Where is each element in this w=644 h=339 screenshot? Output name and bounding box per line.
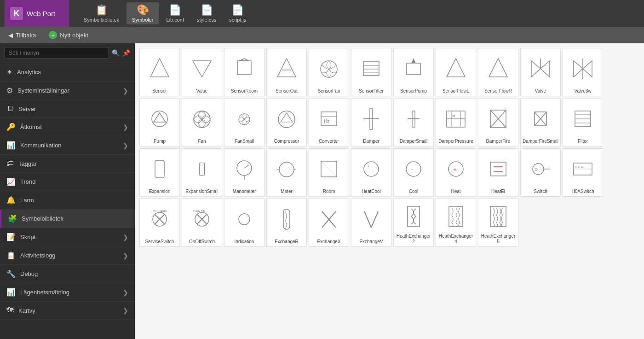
symbol-cell-sensorout[interactable]: SensorOut bbox=[266, 48, 307, 96]
toolbar-file-style.css[interactable]: 📄style.css bbox=[191, 2, 222, 24]
symbol-label: FanSmall bbox=[235, 139, 254, 144]
symbol-label: ExpansionSmall bbox=[185, 189, 218, 194]
symbol-cell-manometer[interactable]: Manometer bbox=[224, 148, 264, 197]
file-label: style.css bbox=[197, 17, 216, 23]
symbol-cell-pump[interactable]: Pump bbox=[139, 98, 180, 146]
symbol-cell-switch[interactable]: O Switch bbox=[520, 148, 561, 197]
toolbar-file-symboler[interactable]: 🎨Symboler bbox=[126, 2, 159, 24]
symbol-cell-h0aswitch[interactable]: H 0 A H0ASwitch bbox=[563, 148, 603, 197]
sidebar-item-trend[interactable]: 📈 Trend bbox=[0, 173, 135, 191]
expand-icon: ❯ bbox=[123, 87, 128, 94]
sidebar-item-label: Skript bbox=[20, 234, 35, 240]
symbol-cell-damper[interactable]: Damper bbox=[351, 98, 391, 146]
symbol-cell-exchangex[interactable]: ExchangeX bbox=[309, 199, 349, 247]
symbol-label: Fan bbox=[198, 139, 206, 144]
sidebar-item-kommunikation[interactable]: 📊 Kommunikation ❯ bbox=[0, 136, 135, 155]
search-input[interactable] bbox=[5, 47, 109, 59]
sidebar-item-icon: ✦ bbox=[6, 68, 12, 76]
toolbar-file-script.js[interactable]: 📄script.js bbox=[224, 2, 252, 24]
symbol-label: Valve bbox=[535, 88, 546, 94]
symbol-cell-sensorflowr[interactable]: SensorFlowR bbox=[478, 48, 518, 96]
symbol-cell-expansion[interactable]: Expansion bbox=[139, 148, 180, 197]
symbol-cell-cool[interactable]: - Cool bbox=[393, 148, 434, 197]
expand-icon: ❯ bbox=[123, 123, 128, 131]
sidebar-item-label: Kartvy bbox=[18, 307, 35, 314]
symbol-cell-exchanger[interactable]: ExchangeR bbox=[266, 199, 307, 247]
symbol-cell-exchangev[interactable]: ExchangeV bbox=[351, 199, 391, 247]
symbol-svg: O bbox=[523, 152, 558, 187]
sidebar-item-l-genhetsm-tning[interactable]: 📊 Lägenhetsmätning ❯ bbox=[0, 283, 135, 302]
symbol-cell-meter[interactable]: Meter bbox=[266, 148, 307, 197]
symbol-cell-valve[interactable]: Valve bbox=[520, 48, 561, 96]
symbol-cell-heatcool[interactable]: +- HeatCool bbox=[351, 148, 391, 197]
sidebar-item-server[interactable]: 🖥 Server bbox=[0, 100, 135, 118]
sidebar-item-symbolbibliotek[interactable]: 🧩 Symbolbibliotek bbox=[0, 210, 135, 228]
toolbar-file-lib.conf[interactable]: 📄Lib.conf bbox=[161, 2, 190, 24]
sidebar-item-icon: 📊 bbox=[6, 141, 16, 150]
symbol-cell-serviceswitch[interactable]: Serv Auto ServiceSwitch bbox=[139, 199, 180, 247]
symbol-svg bbox=[396, 51, 431, 87]
sidebar-item-label: Trend bbox=[20, 178, 35, 185]
symbol-svg bbox=[269, 101, 305, 137]
sidebar-item-kartvy[interactable]: 🗺 Kartvy ❯ bbox=[0, 302, 135, 320]
svg-line-62 bbox=[321, 161, 337, 177]
symbol-cell-valve3w[interactable]: Valve3w bbox=[563, 48, 603, 96]
sidebar-item-label: Kommunikation bbox=[20, 142, 62, 149]
symbol-cell-fan[interactable]: Fan bbox=[182, 98, 222, 146]
symbol-cell-heathexchanger2[interactable]: HeathExchanger2 bbox=[393, 199, 434, 247]
back-label: Tillbaka bbox=[16, 32, 36, 39]
symbol-cell-heat[interactable]: + Heat bbox=[436, 148, 476, 197]
sidebar-item--tkomst[interactable]: 🔑 Åtkomst ❯ bbox=[0, 118, 135, 136]
symbol-cell-sensorflowl[interactable]: SensorFlowL bbox=[436, 48, 476, 96]
sidebar-item-icon: 📊 bbox=[6, 288, 16, 297]
svg-point-58 bbox=[279, 162, 294, 177]
symbol-label: Switch bbox=[534, 189, 547, 194]
symbol-cell-fansmall[interactable]: FanSmall bbox=[224, 98, 264, 146]
symbol-svg bbox=[142, 51, 178, 87]
symbol-cell-expansionsmall[interactable]: ExpansionSmall bbox=[182, 148, 222, 197]
svg-line-57 bbox=[244, 165, 249, 168]
symbol-cell-sensorpump[interactable]: SensorPump bbox=[393, 48, 434, 96]
sidebar-item-larm[interactable]: 🔔 Larm bbox=[0, 191, 135, 210]
sidebar-item-aktivitetslogg[interactable]: 📋 Aktivitetslogg ❯ bbox=[0, 246, 135, 265]
sidebar-item-icon: 🖥 bbox=[6, 105, 14, 113]
symbol-label: ServiceSwitch bbox=[145, 239, 174, 245]
second-bar: ◀ Tillbaka + Nytt objekt bbox=[0, 27, 644, 43]
search-icon[interactable]: 🔍 bbox=[112, 49, 120, 57]
symbol-cell-room[interactable]: Room bbox=[309, 148, 349, 197]
symbol-cell-heathexchanger4[interactable]: HeathExchanger4 bbox=[436, 199, 476, 247]
back-button[interactable]: ◀ Tillbaka bbox=[5, 30, 40, 41]
symbol-cell-sensorfan[interactable]: SensorFan bbox=[309, 48, 349, 96]
sidebar-item-systeminst-llningar[interactable]: ⚙ Systeminställningar ❯ bbox=[0, 82, 135, 100]
symbol-cell-sensor[interactable]: Sensor bbox=[139, 48, 180, 96]
symbol-cell-sensorroom[interactable]: SensorRoom bbox=[224, 48, 264, 96]
sidebar-item-debug[interactable]: 🔧 Debug bbox=[0, 265, 135, 283]
logo-area[interactable]: K Web Port bbox=[5, 0, 69, 27]
sidebar-item-analytics[interactable]: ✦ Analytics bbox=[0, 63, 135, 82]
symbol-svg bbox=[480, 202, 516, 232]
pin-icon[interactable]: 📌 bbox=[122, 49, 130, 57]
symbol-cell-damperfire[interactable]: DamperFire bbox=[478, 98, 518, 146]
symbol-cell-value[interactable]: Value bbox=[182, 48, 222, 96]
symbol-label: Expansion bbox=[149, 189, 171, 194]
symbol-cell-damperpressure[interactable]: M DamperPressure bbox=[436, 98, 476, 146]
symbol-cell-damperfiresmall[interactable]: DamperFireSmall bbox=[520, 98, 561, 146]
new-object-button[interactable]: + Nytt objekt bbox=[45, 29, 92, 41]
symbol-cell-heathexchanger5[interactable]: HeathExchanger5 bbox=[478, 199, 518, 247]
expand-icon: ❯ bbox=[123, 289, 128, 296]
sidebar-item-taggar[interactable]: 🏷 Taggar bbox=[0, 155, 135, 173]
symbol-cell-onoffswitch[interactable]: Från Till OnOffSwitch bbox=[182, 199, 222, 247]
symbol-cell-indication[interactable]: Indication bbox=[224, 199, 264, 247]
svg-text:O: O bbox=[535, 167, 538, 172]
symbol-label: Manometer bbox=[233, 189, 256, 194]
symbol-cell-filter[interactable]: Filter bbox=[563, 98, 603, 146]
symbol-cell-heatel[interactable]: HeatEl bbox=[478, 148, 518, 197]
symbol-cell-compressor[interactable]: Compressor bbox=[266, 98, 307, 146]
toolbar-file-symbolbibliotek[interactable]: 📋Symbolbibliotek bbox=[78, 2, 125, 24]
symbol-label: HeathExchanger4 bbox=[438, 234, 474, 245]
symbol-cell-converter[interactable]: Hz Converter bbox=[309, 98, 349, 146]
symbol-cell-sensorfilter[interactable]: SensorFilter bbox=[351, 48, 391, 96]
back-arrow-icon: ◀ bbox=[8, 32, 13, 39]
sidebar-item-skript[interactable]: 📝 Skript ❯ bbox=[0, 228, 135, 246]
symbol-cell-dampersmall[interactable]: DamperSmall bbox=[393, 98, 434, 146]
